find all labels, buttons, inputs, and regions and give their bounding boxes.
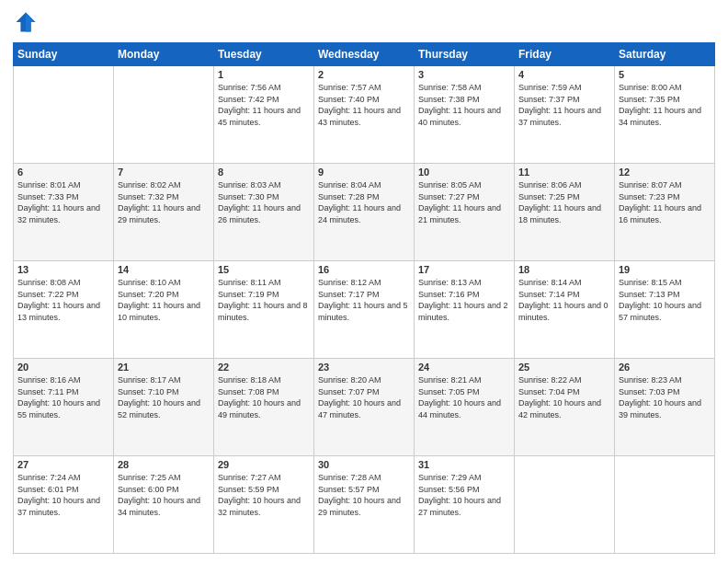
logo-icon — [13, 9, 39, 35]
calendar-cell: 28Sunrise: 7:25 AMSunset: 6:00 PMDayligh… — [114, 456, 214, 554]
day-number: 20 — [17, 362, 109, 373]
day-info: Sunrise: 8:20 AMSunset: 7:07 PMDaylight:… — [318, 374, 410, 420]
day-header-saturday: Saturday — [615, 43, 715, 66]
calendar-cell: 7Sunrise: 8:02 AMSunset: 7:32 PMDaylight… — [114, 164, 214, 261]
day-number: 30 — [318, 459, 410, 470]
day-number: 22 — [218, 362, 310, 373]
day-number: 23 — [318, 362, 410, 373]
day-info: Sunrise: 7:56 AMSunset: 7:42 PMDaylight:… — [218, 82, 310, 128]
day-number: 14 — [118, 264, 210, 275]
calendar-cell: 29Sunrise: 7:27 AMSunset: 5:59 PMDayligh… — [214, 456, 314, 554]
day-number: 24 — [418, 362, 510, 373]
day-info: Sunrise: 8:21 AMSunset: 7:05 PMDaylight:… — [418, 374, 510, 420]
calendar-cell: 1Sunrise: 7:56 AMSunset: 7:42 PMDaylight… — [214, 66, 314, 164]
day-number: 6 — [17, 167, 109, 178]
day-number: 13 — [17, 264, 109, 275]
calendar-cell: 18Sunrise: 8:14 AMSunset: 7:14 PMDayligh… — [515, 261, 615, 359]
day-number: 16 — [318, 264, 410, 275]
day-info: Sunrise: 8:04 AMSunset: 7:28 PMDaylight:… — [318, 179, 410, 225]
calendar-cell: 3Sunrise: 7:58 AMSunset: 7:38 PMDaylight… — [415, 66, 515, 164]
calendar-page: SundayMondayTuesdayWednesdayThursdayFrid… — [0, 0, 728, 563]
calendar-cell: 12Sunrise: 8:07 AMSunset: 7:23 PMDayligh… — [615, 164, 715, 261]
calendar-cell: 24Sunrise: 8:21 AMSunset: 7:05 PMDayligh… — [415, 359, 515, 456]
day-info: Sunrise: 8:14 AMSunset: 7:14 PMDaylight:… — [518, 277, 610, 323]
day-info: Sunrise: 8:13 AMSunset: 7:16 PMDaylight:… — [418, 277, 510, 323]
week-row-4: 20Sunrise: 8:16 AMSunset: 7:11 PMDayligh… — [14, 359, 715, 456]
day-info: Sunrise: 8:11 AMSunset: 7:19 PMDaylight:… — [218, 277, 310, 323]
day-number: 2 — [318, 69, 410, 80]
day-header-wednesday: Wednesday — [314, 43, 415, 66]
day-number: 12 — [619, 167, 711, 178]
day-number: 29 — [218, 459, 310, 470]
calendar-cell: 20Sunrise: 8:16 AMSunset: 7:11 PMDayligh… — [14, 359, 114, 456]
day-number: 27 — [17, 459, 109, 470]
week-row-3: 13Sunrise: 8:08 AMSunset: 7:22 PMDayligh… — [14, 261, 715, 359]
day-number: 26 — [619, 362, 711, 373]
day-number: 28 — [118, 459, 210, 470]
day-number: 1 — [218, 69, 310, 80]
calendar-cell: 13Sunrise: 8:08 AMSunset: 7:22 PMDayligh… — [14, 261, 114, 359]
day-info: Sunrise: 7:57 AMSunset: 7:40 PMDaylight:… — [318, 82, 410, 128]
day-info: Sunrise: 8:02 AMSunset: 7:32 PMDaylight:… — [118, 179, 210, 225]
day-number: 17 — [418, 264, 510, 275]
day-number: 10 — [418, 167, 510, 178]
calendar-cell: 19Sunrise: 8:15 AMSunset: 7:13 PMDayligh… — [615, 261, 715, 359]
calendar-table: SundayMondayTuesdayWednesdayThursdayFrid… — [13, 42, 715, 554]
day-number: 19 — [619, 264, 711, 275]
day-info: Sunrise: 8:12 AMSunset: 7:17 PMDaylight:… — [318, 277, 410, 323]
calendar-cell: 9Sunrise: 8:04 AMSunset: 7:28 PMDaylight… — [314, 164, 415, 261]
calendar-cell — [14, 66, 114, 164]
day-number: 3 — [418, 69, 510, 80]
calendar-body: 1Sunrise: 7:56 AMSunset: 7:42 PMDaylight… — [14, 66, 715, 554]
day-info: Sunrise: 8:18 AMSunset: 7:08 PMDaylight:… — [218, 374, 310, 420]
calendar-cell: 21Sunrise: 8:17 AMSunset: 7:10 PMDayligh… — [114, 359, 214, 456]
week-row-2: 6Sunrise: 8:01 AMSunset: 7:33 PMDaylight… — [14, 164, 715, 261]
day-info: Sunrise: 7:59 AMSunset: 7:37 PMDaylight:… — [518, 82, 610, 128]
calendar-cell: 17Sunrise: 8:13 AMSunset: 7:16 PMDayligh… — [415, 261, 515, 359]
svg-marker-1 — [26, 13, 36, 32]
calendar-cell: 15Sunrise: 8:11 AMSunset: 7:19 PMDayligh… — [214, 261, 314, 359]
day-number: 15 — [218, 264, 310, 275]
calendar-cell: 26Sunrise: 8:23 AMSunset: 7:03 PMDayligh… — [615, 359, 715, 456]
day-number: 25 — [518, 362, 610, 373]
calendar-cell: 6Sunrise: 8:01 AMSunset: 7:33 PMDaylight… — [14, 164, 114, 261]
day-info: Sunrise: 8:06 AMSunset: 7:25 PMDaylight:… — [518, 179, 610, 225]
day-header-sunday: Sunday — [14, 43, 114, 66]
calendar-cell: 22Sunrise: 8:18 AMSunset: 7:08 PMDayligh… — [214, 359, 314, 456]
day-header-thursday: Thursday — [415, 43, 515, 66]
day-header-friday: Friday — [515, 43, 615, 66]
day-info: Sunrise: 8:08 AMSunset: 7:22 PMDaylight:… — [17, 277, 109, 323]
day-number: 5 — [619, 69, 711, 80]
calendar-cell: 25Sunrise: 8:22 AMSunset: 7:04 PMDayligh… — [515, 359, 615, 456]
day-info: Sunrise: 8:07 AMSunset: 7:23 PMDaylight:… — [619, 179, 711, 225]
day-info: Sunrise: 8:10 AMSunset: 7:20 PMDaylight:… — [118, 277, 210, 323]
day-info: Sunrise: 7:24 AMSunset: 6:01 PMDaylight:… — [17, 472, 109, 518]
calendar-cell: 23Sunrise: 8:20 AMSunset: 7:07 PMDayligh… — [314, 359, 415, 456]
header — [13, 9, 715, 35]
day-info: Sunrise: 7:28 AMSunset: 5:57 PMDaylight:… — [318, 472, 410, 518]
day-info: Sunrise: 7:27 AMSunset: 5:59 PMDaylight:… — [218, 472, 310, 518]
day-info: Sunrise: 8:01 AMSunset: 7:33 PMDaylight:… — [17, 179, 109, 225]
calendar-cell: 11Sunrise: 8:06 AMSunset: 7:25 PMDayligh… — [515, 164, 615, 261]
day-number: 21 — [118, 362, 210, 373]
calendar-cell: 14Sunrise: 8:10 AMSunset: 7:20 PMDayligh… — [114, 261, 214, 359]
calendar-cell: 10Sunrise: 8:05 AMSunset: 7:27 PMDayligh… — [415, 164, 515, 261]
calendar-cell: 8Sunrise: 8:03 AMSunset: 7:30 PMDaylight… — [214, 164, 314, 261]
day-info: Sunrise: 8:05 AMSunset: 7:27 PMDaylight:… — [418, 179, 510, 225]
calendar-cell — [515, 456, 615, 554]
day-number: 8 — [218, 167, 310, 178]
calendar-cell — [615, 456, 715, 554]
day-header-monday: Monday — [114, 43, 214, 66]
calendar-cell: 5Sunrise: 8:00 AMSunset: 7:35 PMDaylight… — [615, 66, 715, 164]
calendar-header-row: SundayMondayTuesdayWednesdayThursdayFrid… — [14, 43, 715, 66]
day-info: Sunrise: 8:03 AMSunset: 7:30 PMDaylight:… — [218, 179, 310, 225]
day-number: 18 — [518, 264, 610, 275]
logo — [13, 9, 42, 35]
day-number: 9 — [318, 167, 410, 178]
day-info: Sunrise: 8:23 AMSunset: 7:03 PMDaylight:… — [619, 374, 711, 420]
day-number: 11 — [518, 167, 610, 178]
day-info: Sunrise: 7:25 AMSunset: 6:00 PMDaylight:… — [118, 472, 210, 518]
week-row-1: 1Sunrise: 7:56 AMSunset: 7:42 PMDaylight… — [14, 66, 715, 164]
day-info: Sunrise: 8:00 AMSunset: 7:35 PMDaylight:… — [619, 82, 711, 128]
day-info: Sunrise: 8:16 AMSunset: 7:11 PMDaylight:… — [17, 374, 109, 420]
